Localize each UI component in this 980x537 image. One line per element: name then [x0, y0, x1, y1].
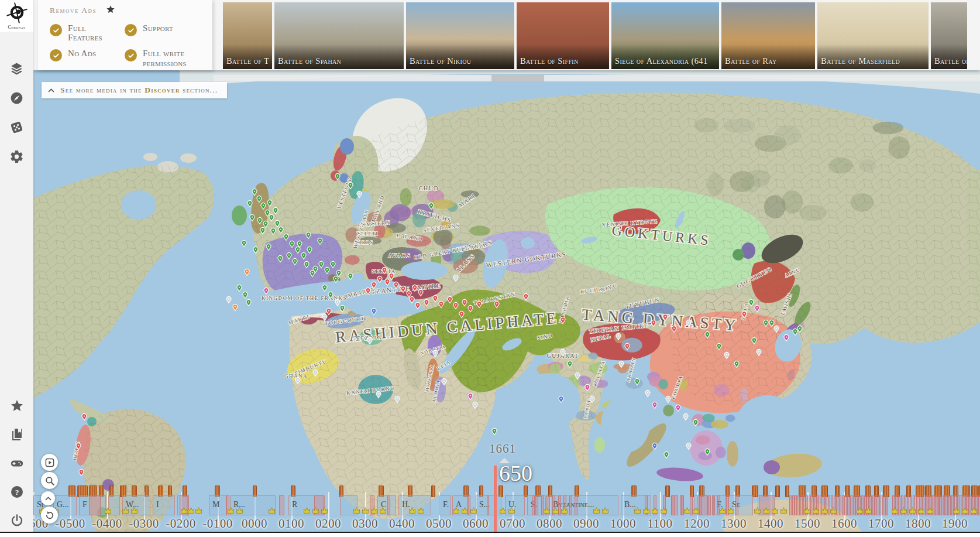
ruler-crown-icon[interactable] [507, 506, 516, 517]
timeline-event-box[interactable] [847, 495, 850, 515]
ruler-crown-icon[interactable] [498, 506, 507, 517]
ruler-crown-icon[interactable] [820, 506, 829, 517]
timeline-event-box[interactable] [712, 495, 715, 515]
ruler-crown-icon[interactable] [130, 506, 139, 517]
sidebar-button-compass[interactable] [9, 90, 25, 106]
ruler-crown-icon[interactable] [908, 506, 917, 517]
timeline-event-box[interactable] [943, 495, 945, 515]
media-thumbnail[interactable]: Battle of Siffin [517, 2, 609, 69]
sidebar-button-dice[interactable] [9, 119, 25, 135]
ruler-crown-icon[interactable] [542, 506, 551, 517]
timeline-event-box[interactable] [883, 495, 886, 515]
ruler-crown-icon[interactable] [642, 506, 651, 517]
media-thumbnail[interactable]: Battle of Nikiou [406, 2, 514, 69]
ruler-crown-icon[interactable] [469, 506, 478, 517]
media-thumbnail[interactable]: Battle of Maserfield [817, 2, 929, 69]
ruler-crown-icon[interactable] [601, 506, 610, 517]
event-marker-icon[interactable] [431, 485, 435, 497]
ruler-crown-icon[interactable] [659, 506, 668, 517]
sidebar-button-collections-book[interactable] [9, 426, 25, 443]
map-control-reset-rotation[interactable] [41, 507, 58, 524]
ruler-crown-icon[interactable] [969, 506, 978, 517]
sidebar-button-games-gamepad[interactable] [9, 455, 25, 471]
timeline-event-box[interactable] [937, 495, 939, 515]
ruler-crown-icon[interactable] [121, 506, 130, 517]
timeline-event-box[interactable] [672, 495, 675, 515]
ruler-crown-icon[interactable] [267, 506, 276, 517]
timeline-event-box[interactable] [853, 495, 855, 515]
timeline-event-box[interactable] [948, 495, 951, 515]
ruler-crown-icon[interactable] [311, 506, 320, 517]
ruler-crown-icon[interactable] [917, 506, 926, 517]
timeline-event-box[interactable] [886, 495, 888, 515]
timeline-event-box[interactable] [89, 495, 101, 515]
sidebar-button-help[interactable]: ? [9, 484, 25, 500]
timeline-event-box[interactable] [789, 495, 792, 515]
timeline-epoch[interactable]: M [209, 495, 226, 515]
ruler-crown-icon[interactable] [692, 506, 700, 517]
ruler-crown-icon[interactable] [194, 506, 203, 517]
timeline-event-box[interactable] [279, 495, 284, 515]
ruler-crown-icon[interactable] [460, 506, 469, 517]
ruler-crown-icon[interactable] [452, 506, 460, 517]
ruler-crown-icon[interactable] [560, 506, 569, 517]
ruler-crown-icon[interactable] [779, 506, 788, 517]
timeline-event-box[interactable] [532, 495, 535, 515]
timeline-epoch[interactable]: I [153, 495, 175, 515]
timeline-event-box[interactable] [797, 495, 800, 515]
ruler-crown-icon[interactable] [952, 506, 961, 517]
timeline-event-box[interactable] [569, 495, 572, 515]
media-thumbnail[interactable]: Battle of [931, 2, 967, 69]
ruler-crown-icon[interactable] [762, 506, 771, 517]
ruler-crown-icon[interactable] [320, 506, 329, 517]
timeline-event-box[interactable] [878, 495, 880, 515]
timeline-event-box[interactable] [945, 495, 948, 515]
ruler-crown-icon[interactable] [352, 506, 361, 517]
sidebar-button-power[interactable] [9, 512, 25, 529]
discover-banner[interactable]: See more media in the Discover section..… [42, 82, 227, 98]
ruler-crown-icon[interactable] [417, 506, 425, 517]
ruler-crown-icon[interactable] [727, 506, 735, 517]
ruler-crown-icon[interactable] [864, 506, 873, 517]
media-thumbnail[interactable]: Battle of Ray [721, 2, 815, 69]
map-control-zoom-search[interactable] [41, 472, 58, 489]
timeline-event-box[interactable] [881, 495, 883, 515]
event-marker-icon[interactable] [665, 485, 670, 497]
timeline-event-box[interactable] [839, 495, 841, 515]
ruler-crown-icon[interactable] [302, 506, 311, 517]
ruler-crown-icon[interactable] [408, 506, 417, 517]
map-control-media-play[interactable] [41, 454, 58, 471]
ruler-crown-icon[interactable] [633, 506, 642, 517]
ruler-crown-icon[interactable] [551, 506, 560, 517]
sidebar-button-favorites-star[interactable] [9, 398, 25, 414]
media-scrollbar-track[interactable] [214, 75, 980, 81]
event-marker-icon[interactable] [785, 485, 789, 497]
ruler-crown-icon[interactable] [104, 506, 112, 517]
timeline-event-box[interactable] [850, 495, 852, 515]
ruler-crown-icon[interactable] [926, 506, 934, 517]
sidebar-button-settings[interactable] [9, 148, 25, 165]
timeline[interactable]: -0600-0500-0400-0300-0200-01000000010002… [33, 485, 980, 533]
ruler-crown-icon[interactable] [829, 506, 838, 517]
ruler-crown-icon[interactable] [651, 506, 659, 517]
media-strip[interactable]: Battle of TBattle of SpahanBattle of Nik… [223, 2, 980, 69]
ruler-crown-icon[interactable] [753, 506, 762, 517]
media-thumbnail[interactable]: Siege of Alexandria (641 [611, 2, 719, 69]
ruler-crown-icon[interactable] [226, 506, 235, 517]
ruler-crown-icon[interactable] [855, 506, 864, 517]
timeline-event-box[interactable] [708, 495, 711, 515]
media-thumbnail[interactable]: Battle of Spahan [274, 2, 404, 69]
ruler-crown-icon[interactable] [718, 506, 727, 517]
media-thumbnail[interactable]: Battle of T [223, 2, 272, 69]
sidebar-button-layers[interactable] [9, 60, 25, 77]
timeline-epoch[interactable]: F. [439, 495, 451, 515]
map-control-expand-up[interactable] [41, 491, 55, 505]
ruler-crown-icon[interactable] [961, 506, 969, 517]
ruler-crown-icon[interactable] [379, 506, 387, 517]
chronas-logo[interactable]: Chronas [0, 0, 33, 32]
media-scrollbar-thumb[interactable] [491, 75, 544, 81]
ruler-crown-icon[interactable] [683, 506, 692, 517]
timeline-event-box[interactable] [792, 495, 795, 515]
timeline-event-box[interactable] [875, 495, 877, 515]
ruler-crown-icon[interactable] [361, 506, 370, 517]
